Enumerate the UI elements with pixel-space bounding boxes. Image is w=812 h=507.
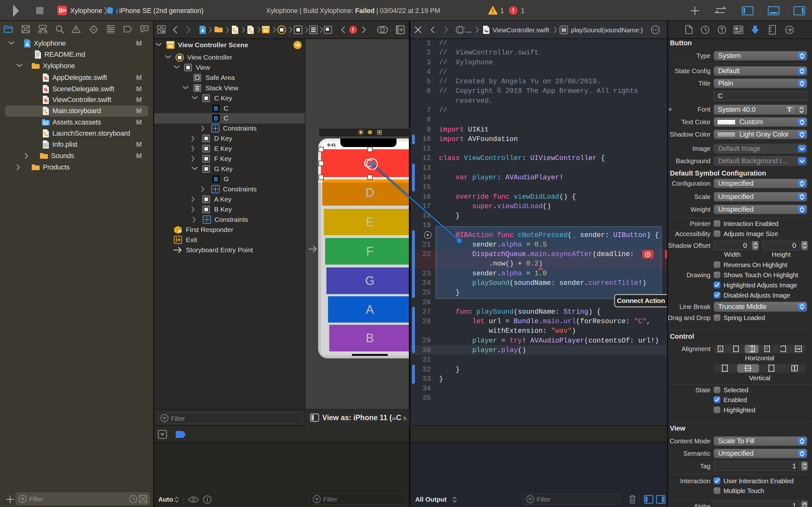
svg-text:PLIST: PLIST <box>44 147 48 149</box>
svg-text:B: B <box>214 115 218 122</box>
svg-text:B: B <box>214 106 218 112</box>
svg-text:B: B <box>214 176 218 182</box>
svg-text:L: L <box>720 347 722 351</box>
svg-text:T: T <box>766 347 768 351</box>
svg-text:M: M <box>561 27 566 33</box>
svg-text:1: 1 <box>179 230 181 233</box>
